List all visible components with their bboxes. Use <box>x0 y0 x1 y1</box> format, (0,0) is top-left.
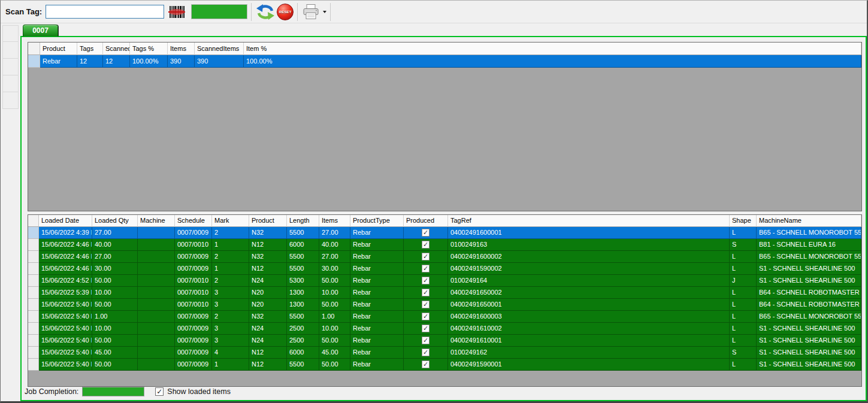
cell-schedule: 0007/0010 <box>175 287 212 299</box>
cell-producttype: Rebar <box>350 263 404 275</box>
cell-schedule: 0007/0009 <box>175 311 212 323</box>
scan-tag-label: Scan Tag: <box>5 7 42 16</box>
row-selector[interactable] <box>28 323 39 335</box>
column-header-product[interactable]: Product <box>249 215 287 227</box>
row-selector[interactable] <box>28 263 39 275</box>
cell-product: Rebar <box>40 55 77 68</box>
table-row[interactable]: 15/06/2022 4:46 PM30.000007/00091N125500… <box>28 263 861 275</box>
cell-producttype: Rebar <box>350 359 404 371</box>
table-row[interactable]: 15/06/2022 4:46 PM27.000007/00092N325500… <box>28 251 861 263</box>
column-header-mark[interactable]: Mark <box>212 215 249 227</box>
cell-machine <box>138 227 175 239</box>
printer-dropdown-caret[interactable] <box>323 11 326 13</box>
printer-icon[interactable] <box>301 4 320 20</box>
row-selector[interactable] <box>28 251 39 263</box>
column-header-produced[interactable]: Produced <box>404 215 448 227</box>
column-header-loaded-date[interactable]: Loaded Date <box>39 215 92 227</box>
column-header-schedule[interactable]: Schedule <box>175 215 212 227</box>
table-row[interactable]: 15/06/2022 5:40 PM1.000007/00092N3255001… <box>28 311 861 323</box>
cell-items: 50.00 <box>319 275 350 287</box>
job-completion-label: Job Completion: <box>25 387 78 396</box>
produced-checkbox[interactable] <box>422 229 430 237</box>
produced-checkbox[interactable] <box>422 325 430 332</box>
cell-produced <box>404 311 448 323</box>
produced-checkbox[interactable] <box>422 360 430 368</box>
produced-checkbox[interactable] <box>422 277 430 284</box>
show-loaded-items-checkbox[interactable] <box>155 387 164 396</box>
cell-shape: S <box>730 347 757 359</box>
row-selector[interactable] <box>28 347 39 359</box>
table-row[interactable]: 15/06/2022 5:40 PM50.000007/00103N201300… <box>28 299 861 311</box>
table-row[interactable]: 15/06/2022 4:46 PM40.000007/00101N126000… <box>28 239 861 251</box>
cell-machinename: B81 - SCHNELL EURA 16 <box>757 239 861 251</box>
table-row[interactable]: 15/06/2022 5:40 PM10.000007/00093N242500… <box>28 323 861 335</box>
cell-mark: 3 <box>212 287 249 299</box>
row-selector[interactable] <box>28 227 39 239</box>
produced-checkbox[interactable] <box>422 301 430 308</box>
column-header-items[interactable]: Items <box>168 43 195 55</box>
cell-mark: 4 <box>212 347 249 359</box>
row-selector[interactable] <box>28 287 39 299</box>
cell-shape: J <box>730 275 757 287</box>
column-header-tags[interactable]: Tags <box>77 43 103 55</box>
header-row: ProductTagsScannedTags %ItemsScannedItem… <box>28 43 861 55</box>
cell-shape: L <box>730 299 757 311</box>
tab-0007[interactable]: 0007 <box>23 25 58 37</box>
produced-checkbox[interactable] <box>422 289 430 296</box>
column-header-items[interactable]: Items <box>319 215 350 227</box>
cell-mark: 3 <box>212 299 249 311</box>
scan-progress-bar <box>191 4 247 19</box>
table-row[interactable]: 15/06/2022 4:39 PM27.000007/00092N325500… <box>28 227 861 239</box>
column-header-loaded-qty[interactable]: Loaded Qty <box>92 215 138 227</box>
produced-checkbox[interactable] <box>422 313 430 320</box>
cell-machinename: S1 - SCHNELL SHEARLINE 500 <box>757 275 861 287</box>
table-row[interactable]: 15/06/2022 4:52 PM50.000007/00102N245300… <box>28 275 861 287</box>
row-selector[interactable] <box>28 335 39 347</box>
row-selector[interactable] <box>28 359 39 371</box>
cell-mark: 2 <box>212 251 249 263</box>
column-header-producttype[interactable]: ProductType <box>350 215 404 227</box>
produced-checkbox[interactable] <box>422 349 430 356</box>
column-header-tags[interactable]: Tags % <box>130 43 168 55</box>
cell-product: N20 <box>249 299 287 311</box>
row-selector[interactable] <box>28 299 39 311</box>
cell-product: N32 <box>249 251 287 263</box>
row-selector[interactable] <box>28 311 39 323</box>
table-row[interactable]: 15/06/2022 5:40 PM50.000007/00091N125500… <box>28 359 861 371</box>
table-row[interactable]: 15/06/2022 5:39 PM10.000007/00103N201300… <box>28 287 861 299</box>
column-header-tagref[interactable]: TagRef <box>448 215 730 227</box>
column-header-item[interactable]: Item % <box>244 43 861 55</box>
column-header-machine[interactable]: Machine <box>138 215 175 227</box>
produced-checkbox[interactable] <box>422 265 430 272</box>
cell-tagref: 04002491590001 <box>448 359 730 371</box>
column-header-machinename[interactable]: MachineName <box>757 215 861 227</box>
cell-shape: L <box>730 311 757 323</box>
reset-button[interactable]: RESET <box>277 4 294 20</box>
produced-checkbox[interactable] <box>422 241 430 249</box>
cell-product: N12 <box>249 239 287 251</box>
side-cell <box>2 42 19 59</box>
cell-loaded-date: 15/06/2022 5:40 PM <box>39 299 92 311</box>
main-panel: ProductTagsScannedTags %ItemsScannedItem… <box>20 36 867 401</box>
row-selector[interactable] <box>28 55 40 68</box>
column-header-product[interactable]: Product <box>40 43 77 55</box>
barcode-icon[interactable] <box>167 3 186 21</box>
column-header-scanneditems[interactable]: ScannedItems <box>195 43 244 55</box>
row-selector[interactable] <box>28 275 39 287</box>
cell-product: N32 <box>249 311 287 323</box>
cell-shape: S <box>730 239 757 251</box>
table-row[interactable]: 15/06/2022 5:40 PM45.000007/00094N126000… <box>28 347 861 359</box>
column-header-scanned[interactable]: Scanned <box>103 43 130 55</box>
cell-tagref: 04002491600002 <box>448 251 730 263</box>
table-row[interactable]: 15/06/2022 5:40 PM50.000007/00093N242500… <box>28 335 861 347</box>
cell-length: 5500 <box>287 359 319 371</box>
table-row[interactable]: Rebar1212100.00%390390100.00% <box>28 55 861 68</box>
sync-icon[interactable] <box>255 3 276 21</box>
produced-checkbox[interactable] <box>422 337 430 344</box>
produced-checkbox[interactable] <box>422 253 430 260</box>
scan-tag-input[interactable] <box>46 5 164 19</box>
column-header-length[interactable]: Length <box>287 215 319 227</box>
cell-machine <box>138 323 175 335</box>
column-header-shape[interactable]: Shape <box>730 215 757 227</box>
row-selector[interactable] <box>28 239 39 251</box>
